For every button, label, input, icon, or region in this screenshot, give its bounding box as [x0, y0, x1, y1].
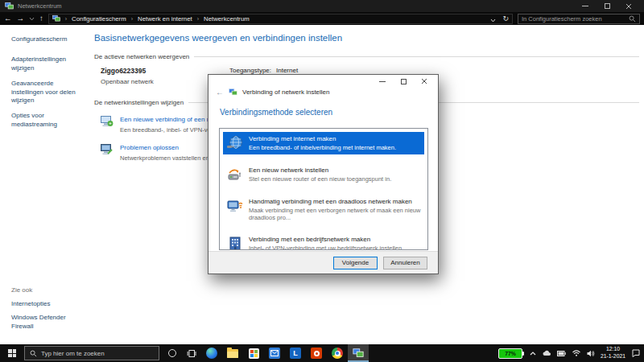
- taskbar-app-chrome[interactable]: [327, 344, 348, 362]
- search-icon: [30, 350, 37, 357]
- battery-percent: 77%: [505, 351, 516, 356]
- close-icon[interactable]: [420, 77, 428, 85]
- windows-logo-icon: [8, 349, 16, 357]
- title-bar: Netwerkcentrum: [0, 0, 644, 12]
- search-input[interactable]: [522, 15, 625, 23]
- maximize-icon[interactable]: [399, 77, 407, 85]
- cortana-button[interactable]: [163, 344, 182, 362]
- address-bar[interactable]: › Configuratiescherm › Netwerk en intern…: [48, 14, 513, 24]
- option-workplace-connection[interactable]: Verbinding met een bedrijfsnetwerk maken…: [223, 232, 424, 250]
- sidebar-item-adapter-settings[interactable]: Adapterinstellingen wijzigen: [11, 56, 85, 72]
- taskbar-app-store[interactable]: [243, 344, 264, 362]
- see-also-label: Zie ook: [11, 286, 85, 294]
- connection-options-list: Verbinding met internet maken Een breedb…: [219, 128, 428, 250]
- taskbar-app-l[interactable]: L: [285, 344, 306, 362]
- sidebar-item-defender-firewall[interactable]: Windows Defender Firewall: [11, 314, 85, 331]
- search-icon: [629, 15, 636, 23]
- minimize-icon[interactable]: [378, 77, 386, 85]
- file-explorer-icon: [227, 349, 238, 358]
- option-desc: Stel een nieuwe router of een nieuw toeg…: [249, 175, 391, 183]
- sidebar-see-also: Zie ook Internetopties Windows Defender …: [11, 286, 85, 336]
- option-desc: Een breedband- of inbelverbinding met in…: [249, 144, 396, 151]
- navigation-toolbar: ← → ↑ › Configuratiescherm › Netwerk en …: [0, 12, 644, 25]
- breadcrumb-netwerk-en-internet[interactable]: Netwerk en internet: [138, 15, 192, 23]
- dialog-footer: Volgende Annuleren: [208, 251, 438, 274]
- access-type-label: Toegangstype:: [229, 67, 276, 74]
- forward-icon[interactable]: →: [17, 14, 25, 23]
- dialog-title: Verbinding of netwerk instellen: [242, 88, 330, 96]
- l-app-icon: L: [290, 348, 301, 359]
- start-button[interactable]: [0, 344, 24, 362]
- taskbar-app-network-center-active[interactable]: [348, 344, 369, 362]
- back-icon[interactable]: ←: [4, 14, 12, 23]
- sidebar-item-internet-options[interactable]: Internetopties: [11, 300, 85, 308]
- page-title: Basisnetwerkgegevens weergeven en verbin…: [94, 33, 639, 43]
- back-icon[interactable]: ←: [216, 88, 224, 97]
- sidebar-item-advanced-sharing[interactable]: Geavanceerde instellingen voor delen wij…: [11, 80, 85, 105]
- edge-icon: [206, 348, 217, 359]
- action-center-icon[interactable]: [631, 348, 640, 359]
- battery-gauge[interactable]: 77%: [498, 348, 522, 359]
- router-icon: [226, 166, 244, 183]
- address-dropdown-chevron-icon[interactable]: [490, 11, 496, 26]
- taskbar-search[interactable]: Typ hier om te zoeken: [24, 346, 159, 360]
- setup-connection-dialog: ← Verbinding of netwerk instellen Verbin…: [208, 74, 439, 274]
- taskbar: Typ hier om te zoeken L 77%: [0, 344, 644, 362]
- option-desc: Maak verbinding met een verborgen netwer…: [249, 207, 421, 222]
- taskbar-app-file-explorer[interactable]: [222, 344, 243, 362]
- cancel-button[interactable]: Annuleren: [383, 257, 427, 269]
- cloud-icon[interactable]: [543, 348, 551, 359]
- taskbar-search-placeholder: Typ hier om te zoeken: [41, 350, 105, 357]
- network-center-icon: [52, 14, 60, 23]
- close-icon[interactable]: [625, 2, 633, 10]
- system-tray: 77% 12:10 21-1-2021: [498, 346, 644, 360]
- breadcrumb-separator: ›: [196, 16, 200, 22]
- wireless-manual-icon: [226, 197, 244, 215]
- dialog-title-bar: [208, 75, 438, 85]
- clock[interactable]: 12:10 21-1-2021: [601, 346, 625, 360]
- option-title: Verbinding met internet maken: [249, 135, 396, 143]
- dialog-header: ← Verbinding of netwerk instellen: [208, 85, 438, 97]
- volume-icon[interactable]: [586, 348, 595, 359]
- option-manual-wireless[interactable]: Handmatig verbinding met een draadloos n…: [223, 195, 424, 224]
- up-icon[interactable]: ↑: [39, 14, 43, 23]
- next-button[interactable]: Volgende: [333, 257, 378, 269]
- mail-icon: [269, 348, 280, 359]
- breadcrumb-separator: ›: [130, 16, 134, 22]
- breadcrumb-separator: ›: [64, 16, 68, 22]
- maximize-icon[interactable]: [603, 2, 611, 10]
- hidden-icons-chevron-icon[interactable]: [528, 348, 537, 359]
- option-new-network[interactable]: Een nieuw netwerk instellen Stel een nie…: [223, 163, 424, 186]
- office-icon: [311, 348, 322, 359]
- sidebar-item-home[interactable]: Configuratiescherm: [11, 35, 85, 43]
- option-title: Handmatig verbinding met een draadloos n…: [249, 198, 421, 206]
- option-desc: Inbel- of VPN-verbinding met uw bedrijfs…: [249, 245, 402, 250]
- control-panel-search[interactable]: [518, 14, 640, 24]
- time-label: 12:10: [606, 346, 620, 352]
- breadcrumb-configuratiescherm[interactable]: Configuratiescherm: [72, 15, 126, 23]
- network-center-icon: [229, 88, 237, 97]
- microsoft-store-icon: [249, 348, 259, 359]
- workplace-icon: [226, 235, 244, 250]
- cortana-icon: [168, 349, 176, 357]
- pinned-apps: L: [201, 344, 369, 362]
- sidebar-item-media-streaming[interactable]: Opties voor mediastreaming: [11, 112, 85, 129]
- option-title: Verbinding met een bedrijfsnetwerk maken: [249, 236, 402, 244]
- option-internet-connection[interactable]: Verbinding met internet maken Een breedb…: [223, 132, 424, 154]
- sidebar: Configuratiescherm Adapterinstellingen w…: [0, 25, 91, 344]
- option-title: Een nieuw netwerk instellen: [249, 167, 391, 175]
- task-view-button[interactable]: [182, 344, 201, 362]
- battery-icon[interactable]: [557, 348, 566, 359]
- breadcrumb-netwerkcentrum[interactable]: Netwerkcentrum: [204, 15, 250, 23]
- window-title: Netwerkcentrum: [18, 2, 62, 10]
- network-center-icon: [353, 348, 364, 359]
- wifi-icon[interactable]: [572, 348, 580, 359]
- taskbar-app-edge[interactable]: [201, 344, 222, 362]
- troubleshoot-icon: [101, 144, 114, 155]
- date-label: 21-1-2021: [601, 353, 625, 359]
- taskbar-app-office[interactable]: [306, 344, 327, 362]
- minimize-icon[interactable]: [581, 2, 589, 10]
- refresh-icon[interactable]: ↻: [502, 14, 509, 23]
- recent-locations-chevron-icon[interactable]: [29, 17, 35, 21]
- taskbar-app-mail[interactable]: [264, 344, 285, 362]
